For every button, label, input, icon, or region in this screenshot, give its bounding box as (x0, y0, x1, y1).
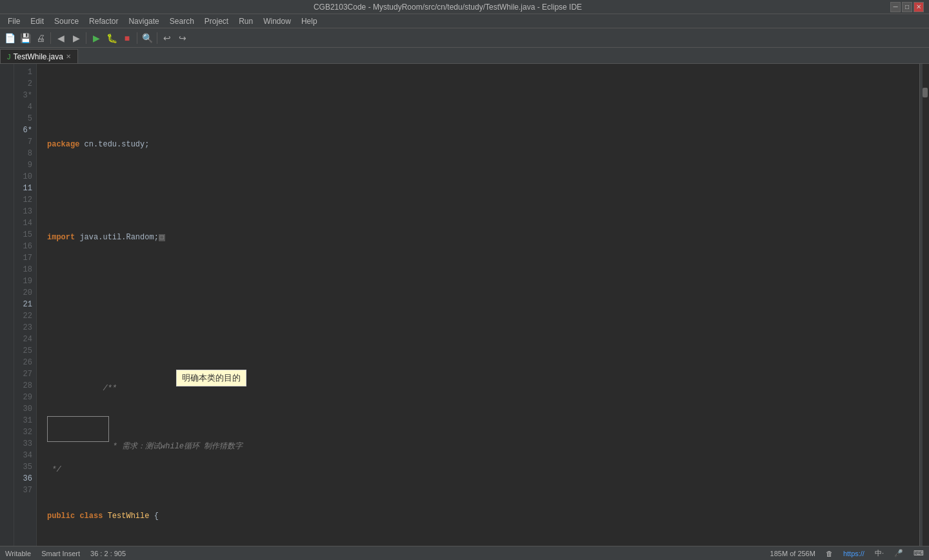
line-numbers: 1 2 3* 4 5 6* 7 8 9 10 11 12 13 14 15 16… (14, 64, 37, 546)
code-line-2 (47, 185, 909, 197)
menu-source[interactable]: Source (49, 15, 84, 27)
line-25: 25 (18, 345, 32, 357)
code-line-4 (47, 278, 909, 290)
code-line-3: import java.util.Random;□ (47, 232, 909, 243)
minimize-button[interactable]: ─ (890, 2, 901, 12)
line-18: 18 (18, 264, 32, 275)
line-35: 35 (18, 461, 32, 473)
menu-search[interactable]: Search (165, 15, 199, 27)
new-button[interactable]: 📄 (3, 31, 17, 45)
line-17: 17 (18, 252, 32, 264)
line-2: 2 (18, 78, 32, 90)
status-mic-icon: 🎤 (894, 549, 903, 557)
run-button[interactable]: ▶ (89, 31, 103, 45)
line-37: 37 (18, 485, 32, 496)
code-line-8: */ (47, 464, 909, 475)
line-3: 3* (18, 90, 32, 101)
toolbar-separator-3 (137, 32, 137, 44)
line-5: 5 (18, 113, 32, 125)
tab-label: TestWhile.java (14, 52, 63, 61)
line-1: 1 (18, 66, 32, 78)
line-24: 24 (18, 334, 32, 345)
line-33: 33 (18, 438, 32, 450)
forward-button[interactable]: ▶ (69, 31, 83, 45)
menu-refactor[interactable]: Refactor (84, 15, 123, 27)
line-6: 6* (18, 125, 32, 136)
menubar: File Edit Source Refactor Navigate Searc… (0, 14, 929, 28)
status-input-method: 中· (875, 548, 884, 558)
menu-navigate[interactable]: Navigate (123, 15, 164, 27)
status-bar: Writable Smart Insert 36 : 2 : 905 185M … (0, 546, 929, 560)
status-insert: Smart Insert (41, 550, 80, 557)
comment-box-outline (47, 416, 109, 442)
tab-icon: J (7, 53, 11, 61)
menu-run[interactable]: Run (234, 15, 258, 27)
line-9: 9 (18, 159, 32, 171)
back-button[interactable]: ◀ (54, 31, 68, 45)
line-32: 32 (18, 426, 32, 438)
tab-bar: J TestWhile.java ✕ (0, 48, 929, 64)
line-23: 23 (18, 322, 32, 334)
line-28: 28 (18, 380, 32, 392)
line-10: 10 (18, 171, 32, 183)
toolbar: 📄 💾 🖨 ◀ ▶ ▶ 🐛 ■ 🔍 ↩ ↪ (0, 28, 929, 48)
maximize-button[interactable]: □ (902, 2, 912, 12)
line-15: 15 (18, 229, 32, 241)
line-11: 11 (18, 183, 32, 194)
line-31: 31 (18, 415, 32, 426)
toolbar-separator-2 (86, 32, 86, 44)
right-sidebar (919, 64, 929, 546)
print-button[interactable]: 🖨 (34, 31, 48, 45)
title-text: CGB2103Code - MystudyRoom/src/cn/tedu/st… (5, 3, 890, 12)
status-keyboard-icon: ⌨ (914, 549, 924, 557)
menu-help[interactable]: Help (296, 15, 323, 27)
editor-content-area: 1 2 3* 4 5 6* 7 8 9 10 11 12 13 14 15 16… (0, 64, 929, 546)
titlebar: CGB2103Code - MystudyRoom/src/cn/tedu/st… (0, 0, 929, 14)
scrollbar-thumb[interactable] (923, 88, 928, 97)
menu-file[interactable]: File (3, 15, 25, 27)
status-writable: Writable (5, 550, 31, 557)
close-button[interactable]: ✕ (914, 2, 924, 12)
line-12: 12 (18, 194, 32, 206)
code-line-9: public class TestWhile { (47, 510, 909, 522)
menu-project[interactable]: Project (199, 15, 234, 27)
menu-window[interactable]: Window (258, 15, 296, 27)
tab-testwhile[interactable]: J TestWhile.java ✕ (0, 49, 78, 63)
line-13: 13 (18, 206, 32, 217)
main-layout: J TestWhile.java ✕ 1 2 3* 4 5 6* 7 8 9 (0, 48, 929, 546)
line-29: 29 (18, 392, 32, 403)
line-34: 34 (18, 450, 32, 461)
code-line-7: * 需求：测试while循环 制作猜数字 (47, 417, 909, 429)
status-trash-icon: 🗑 (826, 550, 833, 557)
line-16: 16 (18, 241, 32, 252)
code-title-box: 明确本类的目的 (176, 370, 246, 386)
search-button[interactable]: 🔍 (140, 31, 154, 45)
line-26: 26 (18, 357, 32, 368)
stop-button[interactable]: ■ (120, 31, 134, 45)
debug-button[interactable]: 🐛 (105, 31, 119, 45)
line-36: 36 (18, 473, 32, 485)
window-controls: ─ □ ✕ (890, 2, 924, 12)
code-content[interactable]: package cn.tedu.study; import java.util.… (37, 64, 919, 546)
redo-button[interactable]: ↪ (175, 31, 190, 45)
line-8: 8 (18, 148, 32, 159)
code-line-5 (47, 325, 909, 336)
left-gutter (0, 64, 14, 546)
toolbar-separator-4 (157, 32, 157, 44)
toolbar-separator-1 (50, 32, 51, 44)
line-20: 20 (18, 287, 32, 299)
line-4: 4 (18, 101, 32, 113)
line-27: 27 (18, 368, 32, 380)
tab-close-button[interactable]: ✕ (66, 53, 71, 60)
status-right-section: 185M of 256M 🗑 https:// 中· 🎤 ⌨ (770, 548, 924, 558)
save-button[interactable]: 💾 (18, 31, 32, 45)
status-memory: 185M of 256M (770, 550, 815, 557)
line-19: 19 (18, 275, 32, 287)
code-line-1: package cn.tedu.study; (47, 139, 909, 150)
line-21: 21 (18, 299, 32, 310)
line-7: 7 (18, 136, 32, 148)
menu-edit[interactable]: Edit (25, 15, 49, 27)
status-position: 36 : 2 : 905 (90, 550, 126, 557)
undo-button[interactable]: ↩ (160, 31, 174, 45)
scrollbar-track[interactable] (923, 64, 929, 546)
